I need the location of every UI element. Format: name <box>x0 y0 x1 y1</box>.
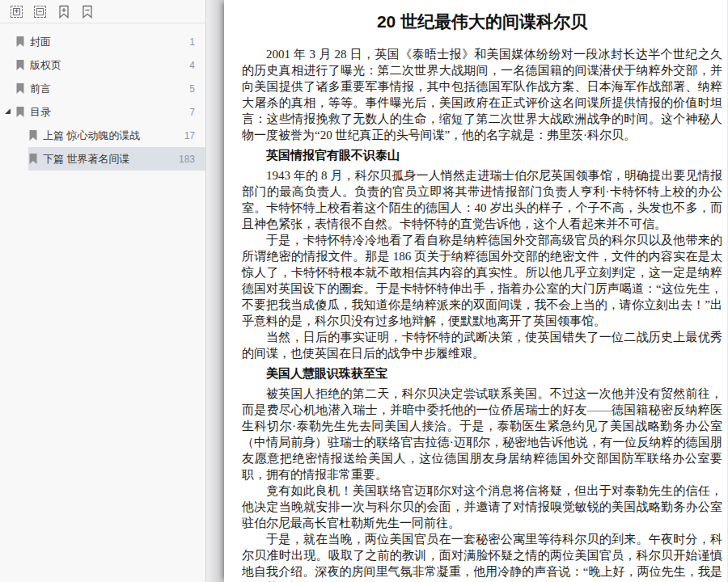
paragraph: 竟有如此良机！美国联络官迈耶尔对这个消息将信将疑，但出于对泰勒先生的信任，他决定… <box>242 483 722 531</box>
bookmarks-toolbar: + − <box>0 0 205 23</box>
expand-all-button[interactable]: + <box>10 5 23 19</box>
bookmark-icon <box>15 106 25 118</box>
bookmark-page-number: 4 <box>189 60 195 71</box>
bookmark-page-number: 17 <box>184 130 195 141</box>
remove-bookmark-button[interactable] <box>80 5 94 19</box>
bookmark-page-number: 5 <box>189 83 195 95</box>
section-heading: 英国情报官有眼不识泰山 <box>242 147 722 163</box>
paragraph: 被英国人拒绝的第二天，科尔贝决定尝试联系美国。不过这一次他并没有贸然前往，而是费… <box>242 386 722 483</box>
bookmark-icon <box>28 129 38 141</box>
bookmark-item-part2[interactable]: 下篇 世界著名间谍 183 <box>0 147 205 171</box>
ebook-reader-window: + − <box>0 0 728 582</box>
bookmark-label: 目录 <box>30 105 184 120</box>
section-heading: 美国人慧眼识珠获至宝 <box>242 365 722 382</box>
bookmark-page-number: 1 <box>189 36 195 48</box>
bookmark-item-copyright[interactable]: 版权页 4 <box>0 53 205 77</box>
bookmark-icon <box>28 153 38 165</box>
collapse-all-icon: − <box>34 6 46 18</box>
bookmark-item-cover[interactable]: 封面 1 <box>0 30 205 53</box>
add-bookmark-icon <box>57 5 70 19</box>
paragraph: 2001 年 3 月 28 日，英国《泰晤士报》和美国媒体纷纷对一段冰封长达半个… <box>242 46 722 143</box>
minus-glyph: − <box>36 8 44 15</box>
paragraph: 1943 年的 8 月，科尔贝孤身一人悄然走进瑞士伯尔尼英国领事馆，明确提出要见… <box>242 167 722 232</box>
bookmark-label: 封面 <box>30 35 184 49</box>
add-bookmark-button[interactable] <box>57 5 70 19</box>
bookmark-item-toc[interactable]: ◢ 目录 7 <box>0 100 205 124</box>
expanded-twisty-icon[interactable]: ◢ <box>5 108 11 115</box>
paragraph: 于是，就在当晚，两位美国官员在一套秘密公寓里等待科尔贝的到来。午夜时分，科尔贝准… <box>242 531 722 582</box>
bookmark-page-number: 183 <box>179 154 195 165</box>
plus-glyph: + <box>13 8 20 15</box>
bookmark-label: 前言 <box>30 82 184 96</box>
bookmark-page-number: 7 <box>189 107 195 118</box>
collapse-all-button[interactable]: − <box>33 5 47 19</box>
bookmark-label: 版权页 <box>30 58 184 73</box>
paragraph: 于是，卡特怀特冷冷地看了看自称是纳粹德国外交部高级官员的科尔贝以及他带来的所谓绝… <box>242 232 722 329</box>
document-view: 20 世纪最伟大的间谍科尔贝 2001 年 3 月 28 日，英国《泰晤士报》和… <box>206 0 728 582</box>
bookmark-icon <box>15 82 25 95</box>
bookmarks-panel: + − <box>0 0 206 582</box>
bookmark-item-part1[interactable]: 上篇 惊心动魄的谍战 17 <box>0 124 205 147</box>
bookmark-label: 上篇 惊心动魄的谍战 <box>43 129 180 143</box>
paragraph: 当然，日后的事实证明，卡特怀特的武断决策，使英国错失了一位二战历史上最优秀的间谍… <box>242 329 722 361</box>
bookmark-item-preface[interactable]: 前言 5 <box>0 77 205 100</box>
bookmark-tree: 封面 1 版权页 4 前言 5 ◢ <box>0 23 205 171</box>
bookmark-icon <box>15 59 25 71</box>
bookmark-icon <box>15 36 25 48</box>
canvas-gutter <box>206 0 224 582</box>
chapter-body: 2001 年 3 月 28 日，英国《泰晤士报》和美国媒体纷纷对一段冰封长达半个… <box>242 46 722 582</box>
bookmark-label: 下篇 世界著名间谍 <box>43 152 174 167</box>
expand-all-icon: + <box>11 6 23 18</box>
document-page: 20 世纪最伟大的间谍科尔贝 2001 年 3 月 28 日，英国《泰晤士报》和… <box>224 0 728 582</box>
chapter-title: 20 世纪最伟大的间谍科尔贝 <box>242 11 722 33</box>
remove-bookmark-icon <box>81 5 94 19</box>
